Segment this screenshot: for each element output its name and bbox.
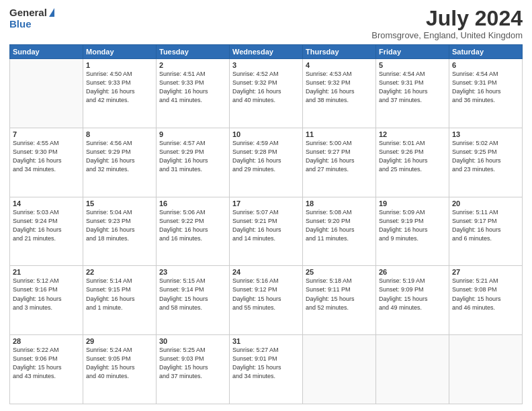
day-info: Sunrise: 4:57 AM Sunset: 9:29 PM Dayligh… (159, 139, 226, 174)
day-number: 8 (86, 130, 153, 138)
calendar-cell-w4-d4: 24Sunrise: 5:16 AM Sunset: 9:12 PM Dayli… (230, 266, 303, 335)
day-info: Sunrise: 5:04 AM Sunset: 9:23 PM Dayligh… (86, 208, 153, 243)
day-info: Sunrise: 5:02 AM Sunset: 9:25 PM Dayligh… (452, 139, 519, 174)
day-info: Sunrise: 5:12 AM Sunset: 9:16 PM Dayligh… (13, 277, 80, 312)
calendar-cell-w2-d5: 11Sunrise: 5:00 AM Sunset: 9:27 PM Dayli… (303, 128, 376, 197)
calendar-cell-w2-d6: 12Sunrise: 5:01 AM Sunset: 9:26 PM Dayli… (376, 128, 449, 197)
calendar-cell-w1-d4: 3Sunrise: 4:52 AM Sunset: 9:32 PM Daylig… (230, 59, 303, 128)
calendar-cell-w3-d7: 20Sunrise: 5:11 AM Sunset: 9:17 PM Dayli… (449, 197, 523, 266)
day-number: 7 (13, 130, 80, 138)
logo-blue-text: Blue (9, 18, 32, 30)
calendar-cell-w4-d2: 22Sunrise: 5:14 AM Sunset: 9:15 PM Dayli… (83, 266, 157, 335)
day-info: Sunrise: 4:54 AM Sunset: 9:31 PM Dayligh… (452, 70, 519, 105)
day-info: Sunrise: 5:01 AM Sunset: 9:26 PM Dayligh… (379, 139, 446, 174)
header: General Blue July 2024 Bromsgrove, Engla… (9, 7, 523, 40)
day-number: 17 (232, 199, 300, 208)
calendar-cell-w4-d5: 25Sunrise: 5:18 AM Sunset: 9:11 PM Dayli… (303, 266, 376, 335)
calendar-cell-w4-d6: 26Sunrise: 5:19 AM Sunset: 9:09 PM Dayli… (376, 266, 449, 335)
calendar-header-row: Sunday Monday Tuesday Wednesday Thursday… (10, 45, 523, 59)
logo-triangle-icon (49, 8, 54, 17)
day-info: Sunrise: 5:24 AM Sunset: 9:05 PM Dayligh… (86, 346, 153, 381)
calendar-cell-w2-d1: 7Sunrise: 4:55 AM Sunset: 9:30 PM Daylig… (10, 128, 83, 197)
day-number: 30 (159, 337, 226, 345)
calendar-cell-w1-d3: 2Sunrise: 4:51 AM Sunset: 9:33 PM Daylig… (157, 59, 230, 128)
calendar-cell-w5-d2: 29Sunrise: 5:24 AM Sunset: 9:05 PM Dayli… (83, 335, 157, 404)
day-number: 31 (232, 337, 300, 345)
calendar-cell-w1-d7: 6Sunrise: 4:54 AM Sunset: 9:31 PM Daylig… (449, 59, 523, 128)
day-number: 4 (306, 61, 373, 69)
day-number: 13 (452, 130, 519, 138)
calendar-cell-w5-d5 (303, 335, 376, 404)
day-number: 26 (379, 268, 446, 276)
day-info: Sunrise: 4:55 AM Sunset: 9:30 PM Dayligh… (13, 139, 80, 174)
page: General Blue July 2024 Bromsgrove, Engla… (0, 0, 532, 411)
day-number: 19 (379, 199, 446, 208)
calendar-cell-w1-d6: 5Sunrise: 4:54 AM Sunset: 9:31 PM Daylig… (376, 59, 449, 128)
day-info: Sunrise: 5:18 AM Sunset: 9:11 PM Dayligh… (306, 277, 373, 312)
calendar-cell-w3-d3: 16Sunrise: 5:06 AM Sunset: 9:22 PM Dayli… (157, 197, 230, 266)
day-number: 18 (306, 199, 373, 208)
day-number: 16 (159, 199, 226, 208)
day-number: 21 (13, 268, 80, 276)
calendar-cell-w3-d2: 15Sunrise: 5:04 AM Sunset: 9:23 PM Dayli… (83, 197, 157, 266)
calendar-cell-w3-d5: 18Sunrise: 5:08 AM Sunset: 9:20 PM Dayli… (303, 197, 376, 266)
col-sunday: Sunday (10, 45, 83, 59)
calendar-cell-w5-d7 (449, 335, 523, 404)
calendar-cell-w2-d3: 9Sunrise: 4:57 AM Sunset: 9:29 PM Daylig… (157, 128, 230, 197)
day-info: Sunrise: 5:07 AM Sunset: 9:21 PM Dayligh… (232, 208, 300, 243)
day-info: Sunrise: 5:11 AM Sunset: 9:17 PM Dayligh… (452, 208, 519, 243)
day-number: 6 (452, 61, 519, 69)
day-number: 15 (86, 199, 153, 208)
calendar-cell-w3-d1: 14Sunrise: 5:03 AM Sunset: 9:24 PM Dayli… (10, 197, 83, 266)
day-number: 3 (232, 61, 300, 69)
day-info: Sunrise: 5:15 AM Sunset: 9:14 PM Dayligh… (159, 277, 226, 312)
calendar-cell-w2-d2: 8Sunrise: 4:56 AM Sunset: 9:29 PM Daylig… (83, 128, 157, 197)
calendar-cell-w4-d7: 27Sunrise: 5:21 AM Sunset: 9:08 PM Dayli… (449, 266, 523, 335)
day-number: 1 (86, 61, 153, 69)
month-year-title: July 2024 (371, 7, 523, 30)
calendar-cell-w5-d3: 30Sunrise: 5:25 AM Sunset: 9:03 PM Dayli… (157, 335, 230, 404)
day-info: Sunrise: 5:21 AM Sunset: 9:08 PM Dayligh… (452, 277, 519, 312)
location-subtitle: Bromsgrove, England, United Kingdom (371, 30, 523, 40)
day-number: 20 (452, 199, 519, 208)
calendar-table: Sunday Monday Tuesday Wednesday Thursday… (9, 44, 523, 404)
day-info: Sunrise: 4:59 AM Sunset: 9:28 PM Dayligh… (232, 139, 300, 174)
day-info: Sunrise: 4:53 AM Sunset: 9:32 PM Dayligh… (306, 70, 373, 105)
calendar-cell-w1-d5: 4Sunrise: 4:53 AM Sunset: 9:32 PM Daylig… (303, 59, 376, 128)
calendar-cell-w5-d1: 28Sunrise: 5:22 AM Sunset: 9:06 PM Dayli… (10, 335, 83, 404)
calendar-cell-w2-d4: 10Sunrise: 4:59 AM Sunset: 9:28 PM Dayli… (230, 128, 303, 197)
day-number: 27 (452, 268, 519, 276)
day-number: 10 (232, 130, 300, 138)
day-number: 29 (86, 337, 153, 345)
day-number: 24 (232, 268, 300, 276)
col-saturday: Saturday (449, 45, 523, 59)
day-number: 14 (13, 199, 80, 208)
calendar-cell-w3-d6: 19Sunrise: 5:09 AM Sunset: 9:19 PM Dayli… (376, 197, 449, 266)
calendar-week-3: 14Sunrise: 5:03 AM Sunset: 9:24 PM Dayli… (10, 197, 523, 266)
day-info: Sunrise: 5:27 AM Sunset: 9:01 PM Dayligh… (232, 346, 300, 381)
day-info: Sunrise: 4:50 AM Sunset: 9:33 PM Dayligh… (86, 70, 153, 105)
calendar-week-4: 21Sunrise: 5:12 AM Sunset: 9:16 PM Dayli… (10, 266, 523, 335)
day-number: 28 (13, 337, 80, 345)
calendar-cell-w4-d3: 23Sunrise: 5:15 AM Sunset: 9:14 PM Dayli… (157, 266, 230, 335)
day-number: 5 (379, 61, 446, 69)
day-number: 11 (306, 130, 373, 138)
calendar-cell-w1-d2: 1Sunrise: 4:50 AM Sunset: 9:33 PM Daylig… (83, 59, 157, 128)
day-info: Sunrise: 4:56 AM Sunset: 9:29 PM Dayligh… (86, 139, 153, 174)
day-number: 2 (159, 61, 226, 69)
day-info: Sunrise: 4:54 AM Sunset: 9:31 PM Dayligh… (379, 70, 446, 105)
calendar-cell-w4-d1: 21Sunrise: 5:12 AM Sunset: 9:16 PM Dayli… (10, 266, 83, 335)
day-info: Sunrise: 5:08 AM Sunset: 9:20 PM Dayligh… (306, 208, 373, 243)
title-block: July 2024 Bromsgrove, England, United Ki… (371, 7, 523, 40)
calendar-cell-w2-d7: 13Sunrise: 5:02 AM Sunset: 9:25 PM Dayli… (449, 128, 523, 197)
col-friday: Friday (376, 45, 449, 59)
day-info: Sunrise: 4:52 AM Sunset: 9:32 PM Dayligh… (232, 70, 300, 105)
calendar-week-2: 7Sunrise: 4:55 AM Sunset: 9:30 PM Daylig… (10, 128, 523, 197)
calendar-week-5: 28Sunrise: 5:22 AM Sunset: 9:06 PM Dayli… (10, 335, 523, 404)
day-info: Sunrise: 5:09 AM Sunset: 9:19 PM Dayligh… (379, 208, 446, 243)
calendar-cell-w3-d4: 17Sunrise: 5:07 AM Sunset: 9:21 PM Dayli… (230, 197, 303, 266)
col-wednesday: Wednesday (230, 45, 303, 59)
col-monday: Monday (83, 45, 157, 59)
calendar-cell-w5-d6 (376, 335, 449, 404)
day-number: 23 (159, 268, 226, 276)
